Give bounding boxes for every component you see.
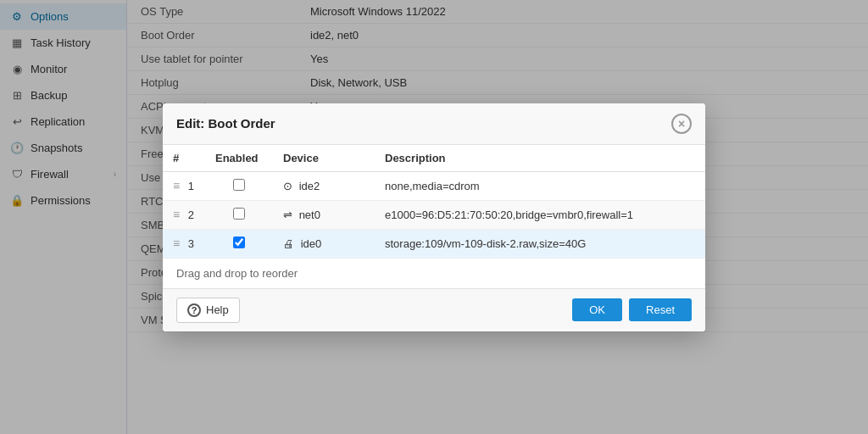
device-type-icon: 🖨 — [283, 237, 294, 250]
boot-order-row: ≡ 1 ⊙ ide2 none,media=cdrom — [163, 171, 705, 200]
description-cell: none,media=cdrom — [375, 171, 705, 200]
row-number: 1 — [188, 180, 194, 192]
device-type-icon: ⊙ — [283, 180, 292, 192]
device-name: ide2 — [299, 180, 320, 192]
description-cell: e1000=96:D5:21:70:50:20,bridge=vmbr0,fir… — [375, 200, 705, 229]
col-header-description: Description — [375, 145, 705, 172]
boot-order-row: ≡ 3 🖨 ide0 storage:109/vm-109-disk-2.raw… — [163, 229, 705, 258]
drag-handle-icon[interactable]: ≡ — [173, 236, 180, 250]
enabled-checkbox[interactable] — [233, 208, 245, 220]
drag-handle-icon[interactable]: ≡ — [173, 208, 180, 221]
enabled-checkbox[interactable] — [233, 179, 245, 191]
col-header-enabled: Enabled — [205, 145, 273, 172]
device-cell: 🖨 ide0 — [273, 229, 375, 258]
help-label: Help — [206, 303, 229, 316]
modal-close-button[interactable]: × — [671, 114, 692, 134]
help-button[interactable]: ? Help — [176, 298, 240, 323]
col-header-hash: # — [163, 145, 205, 172]
help-circle-icon: ? — [187, 303, 201, 317]
device-name: ide0 — [301, 237, 322, 250]
modal-header: Edit: Boot Order × — [163, 103, 705, 145]
enabled-cell[interactable] — [205, 229, 273, 258]
modal-title: Edit: Boot Order — [176, 116, 275, 131]
modal-body: # Enabled Device Description ≡ 1 ⊙ ide2 — [163, 145, 705, 288]
boot-order-row: ≡ 2 ⇌ net0 e1000=96:D5:21:70:50:20,bridg… — [163, 200, 705, 229]
enabled-cell[interactable] — [205, 200, 273, 229]
drag-drop-hint: Drag and drop to reorder — [163, 258, 705, 288]
device-type-icon: ⇌ — [283, 209, 292, 221]
drag-handle-cell: ≡ 2 — [163, 200, 205, 229]
drag-handle-cell: ≡ 1 — [163, 171, 205, 200]
description-cell: storage:109/vm-109-disk-2.raw,size=40G — [375, 229, 705, 258]
device-cell: ⊙ ide2 — [273, 171, 375, 200]
device-cell: ⇌ net0 — [273, 200, 375, 229]
drag-handle-icon[interactable]: ≡ — [173, 179, 180, 192]
row-number: 3 — [188, 237, 194, 250]
col-header-device: Device — [273, 145, 375, 172]
enabled-cell[interactable] — [205, 171, 273, 200]
action-buttons: OK Reset — [572, 298, 692, 321]
enabled-checkbox[interactable] — [233, 236, 245, 248]
boot-order-modal: Edit: Boot Order × # Enabled Device Desc… — [163, 103, 705, 331]
ok-button[interactable]: OK — [572, 298, 622, 321]
modal-footer: ? Help OK Reset — [163, 288, 705, 331]
boot-order-table: # Enabled Device Description ≡ 1 ⊙ ide2 — [163, 145, 705, 258]
modal-overlay[interactable]: Edit: Boot Order × # Enabled Device Desc… — [0, 0, 868, 434]
reset-button[interactable]: Reset — [629, 298, 692, 321]
drag-handle-cell: ≡ 3 — [163, 229, 205, 258]
row-number: 2 — [188, 209, 194, 221]
device-name: net0 — [299, 209, 320, 221]
